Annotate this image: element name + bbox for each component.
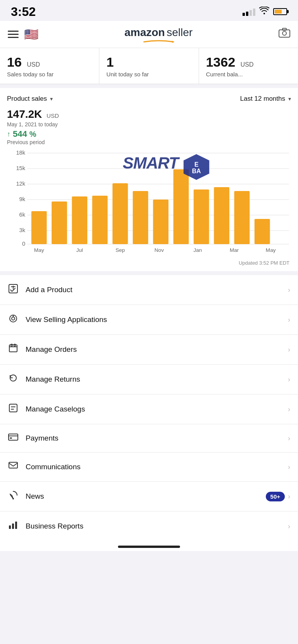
news-icon [8,490,19,503]
svg-rect-58 [15,522,17,529]
sales-unit: USD [27,61,40,68]
svg-point-2 [282,31,286,35]
svg-text:Sep: Sep [116,248,125,253]
svg-rect-23 [72,196,87,244]
metric-dropdown-arrow: ▾ [50,96,53,102]
wifi-icon [259,7,269,17]
svg-rect-24 [92,196,108,244]
camera-icon[interactable] [279,28,290,41]
svg-rect-28 [173,169,189,244]
communications-icon [8,461,19,473]
svg-rect-21 [31,211,47,244]
svg-rect-56 [9,525,11,529]
svg-text:Nov: Nov [154,248,164,253]
chevron-right-icon: › [288,375,290,384]
menu-item-selling-apps[interactable]: View Selling Applications › [0,305,298,335]
svg-point-55 [12,498,14,499]
chart-date-range: May 1, 2021 to today [7,121,291,127]
svg-rect-1 [279,30,290,37]
balance-unit: USD [241,61,254,68]
signal-icon [243,7,255,16]
svg-text:3k: 3k [19,227,26,234]
selling-apps-label: View Selling Applications [26,315,107,324]
chart-main-value: 147.2K [7,108,42,120]
svg-rect-3 [282,28,286,30]
payments-label: Payments [26,434,58,443]
svg-rect-32 [255,219,270,244]
svg-text:12k: 12k [16,181,25,187]
menu-item-manage-caselogs[interactable]: Manage Caselogs › [0,394,298,424]
metric-dropdown[interactable]: Product sales ▾ [7,95,53,103]
units-label: Unit today so far [106,71,191,77]
balance-label: Current bala... [206,71,291,77]
add-product-icon [8,284,19,296]
battery-icon [273,8,287,15]
svg-text:0: 0 [22,241,25,247]
app-logo: amazon seller [125,26,193,43]
country-flag: 🇺🇸 [24,28,38,41]
chevron-right-icon: › [288,434,290,443]
business-reports-icon [8,520,19,532]
chevron-right-icon: › [288,316,290,324]
chart-main-unit: USD [47,112,59,119]
svg-text:9k: 9k [19,196,26,203]
menu-item-add-product[interactable]: Add a Product › [0,275,298,305]
app-header: 🇺🇸 amazon seller [0,21,298,48]
menu-item-manage-returns[interactable]: Manage Returns › [0,365,298,394]
status-time: 3:52 [11,5,36,19]
svg-text:May: May [266,248,276,253]
period-dropdown[interactable]: Last 12 months ▾ [240,95,291,103]
chart-pct-value: 544 [13,129,27,139]
svg-rect-27 [153,200,168,244]
selling-apps-icon [8,313,19,326]
menu-section: Add a Product › View Selling Application… [0,275,298,541]
svg-rect-31 [234,191,250,244]
menu-item-payments[interactable]: Payments › [0,424,298,453]
svg-point-42 [12,317,15,320]
svg-text:18k: 18k [16,150,25,156]
svg-rect-29 [194,189,209,244]
chevron-right-icon: › [288,405,290,413]
menu-item-business-reports[interactable]: Business Reports › [0,511,298,541]
svg-text:6k: 6k [19,212,26,218]
news-label: News [26,492,44,501]
units-value: 1 [106,55,114,69]
svg-text:May: May [34,248,44,253]
logo-amazon: amazon [125,26,165,38]
stat-units: 1 Unit today so far [99,48,199,84]
svg-rect-44 [9,345,17,352]
hamburger-menu[interactable] [8,31,19,38]
svg-text:15k: 15k [16,165,25,172]
add-product-label: Add a Product [26,286,72,294]
logo-seller: seller [166,26,192,38]
manage-caselogs-icon [8,403,19,415]
period-dropdown-arrow: ▾ [288,96,291,102]
menu-item-communications[interactable]: Communications › [0,453,298,482]
svg-rect-48 [9,404,17,412]
svg-text:Jul: Jul [76,248,83,253]
manage-returns-label: Manage Returns [26,375,80,384]
balance-value: 1362 [206,55,236,69]
sales-label: Sales today so far [7,71,92,77]
stat-balance: 1362 USD Current bala... [199,48,298,84]
chevron-right-icon: › [288,346,290,354]
logo-arrow-icon [143,40,174,43]
business-reports-label: Business Reports [26,522,83,530]
manage-orders-icon [8,343,19,356]
menu-item-news[interactable]: News 50+ › [0,482,298,511]
sales-value: 16 [7,55,22,69]
svg-rect-26 [133,191,148,244]
menu-item-manage-orders[interactable]: Manage Orders › [0,335,298,365]
communications-label: Communications [26,463,81,471]
chart-prev-label: Previous period [7,139,291,145]
chart-updated: Updated 3:52 PM EDT [7,260,291,266]
manage-orders-label: Manage Orders [26,345,77,354]
chart-summary: 147.2K USD May 1, 2021 to today ↑ 544 % … [7,108,291,145]
svg-rect-22 [52,201,67,244]
svg-text:Jan: Jan [194,248,202,253]
status-icons [243,7,287,17]
manage-caselogs-label: Manage Caselogs [26,405,85,413]
chevron-right-icon: › [288,522,290,530]
svg-rect-30 [214,187,229,244]
chart-section: Product sales ▾ Last 12 months ▾ 147.2K … [0,88,298,271]
